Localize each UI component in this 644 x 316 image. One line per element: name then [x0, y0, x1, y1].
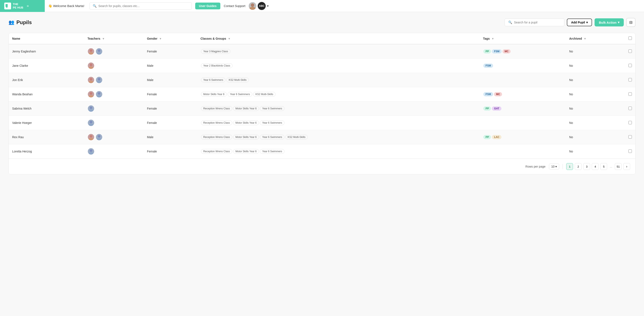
- pupils-search-bar[interactable]: 🔍: [505, 19, 564, 26]
- tags-filter-icon[interactable]: ▼: [492, 37, 494, 40]
- class-chip: KS2 Multi-Skills: [226, 78, 249, 82]
- tag-badge: FSM: [492, 49, 502, 54]
- bulk-action-label: Bulk Action: [599, 21, 616, 24]
- global-search-input[interactable]: [98, 4, 188, 8]
- page-content: 👥 Pupils 🔍 Add Pupil ▾ Bulk Action ▾ ⊟: [0, 12, 644, 180]
- class-chip: Motor Skills Year 6: [233, 135, 259, 139]
- global-search-bar[interactable]: 🔍: [90, 2, 192, 10]
- cell-tags: FSM: [480, 59, 566, 73]
- class-chip: KS2 Multi-Skills: [285, 135, 308, 139]
- filter-columns-button[interactable]: ⊟: [626, 18, 636, 27]
- page-3-button[interactable]: 3: [583, 163, 590, 170]
- cell-archived: No: [566, 87, 625, 102]
- logo-text-line2: PE HUB: [13, 6, 23, 9]
- row-checkbox[interactable]: [628, 149, 632, 153]
- archived-filter-icon[interactable]: ▼: [584, 37, 586, 40]
- pupils-table: Name Teachers ▼ Gender ▼ Classes & Group…: [9, 33, 635, 159]
- user-avatar-area[interactable]: ABC ▾: [249, 2, 269, 10]
- svg-point-15: [89, 95, 93, 98]
- row-checkbox[interactable]: [628, 135, 632, 139]
- cell-checkbox[interactable]: [625, 87, 635, 102]
- cell-tags: [480, 144, 566, 159]
- user-guides-button[interactable]: User Guides: [195, 3, 220, 9]
- cell-name: Jon Erik: [9, 73, 84, 87]
- row-checkbox[interactable]: [628, 121, 632, 124]
- cell-checkbox[interactable]: [625, 130, 635, 144]
- teacher-avatar: [87, 148, 94, 155]
- col-teachers: Teachers ▼: [84, 33, 144, 44]
- cell-name: Wanda Beahan: [9, 87, 84, 102]
- col-select-all[interactable]: [625, 33, 635, 44]
- svg-point-23: [89, 138, 93, 141]
- cell-tags: [480, 116, 566, 130]
- table-row: Loretta HerzogFemaleReception Wrens Clas…: [9, 144, 635, 159]
- row-checkbox[interactable]: [628, 92, 632, 96]
- cell-teachers: [84, 130, 144, 144]
- class-chip: Motor Skills Year 6: [233, 121, 259, 125]
- classes-filter-icon[interactable]: ▼: [228, 37, 230, 40]
- page-next-button[interactable]: ›: [623, 163, 630, 170]
- cell-gender: Female: [144, 44, 197, 59]
- svg-point-13: [97, 81, 102, 83]
- cell-gender: Female: [144, 116, 197, 130]
- cell-tags: PPFSMMC: [480, 44, 566, 59]
- rows-per-page-select[interactable]: 10 ▾: [549, 164, 560, 170]
- row-checkbox[interactable]: [628, 64, 632, 67]
- svg-point-24: [98, 135, 100, 138]
- gender-filter-icon[interactable]: ▼: [159, 37, 162, 40]
- add-pupil-button[interactable]: Add Pupil ▾: [567, 19, 592, 26]
- teacher-avatar: [87, 119, 94, 126]
- col-name: Name: [9, 33, 84, 44]
- cell-checkbox[interactable]: [625, 44, 635, 59]
- page-4-button[interactable]: 4: [592, 163, 598, 170]
- cell-name: Loretta Herzog: [9, 144, 84, 159]
- class-chip: Motor Skills Year 6: [233, 106, 259, 111]
- bulk-action-button[interactable]: Bulk Action ▾: [594, 18, 624, 27]
- pupils-search-input[interactable]: [514, 21, 561, 24]
- cell-checkbox[interactable]: [625, 144, 635, 159]
- cell-classes: Motor Skills Year 6Year 6 SwimmersKS2 Mu…: [197, 87, 480, 102]
- cell-archived: No: [566, 130, 625, 144]
- contact-support-link[interactable]: Contact Support: [224, 4, 245, 8]
- cell-archived: No: [566, 59, 625, 73]
- avatar-chevron-icon: ▾: [267, 4, 269, 8]
- tag-badge: PP: [483, 135, 491, 139]
- page-header: 👥 Pupils 🔍 Add Pupil ▾ Bulk Action ▾ ⊟: [8, 18, 636, 27]
- cell-checkbox[interactable]: [625, 73, 635, 87]
- row-checkbox[interactable]: [628, 50, 632, 53]
- cell-archived: No: [566, 144, 625, 159]
- cell-name: Jane Clarke: [9, 59, 84, 73]
- class-chip: Reception Wrens Class: [201, 135, 232, 139]
- rows-per-page-value: 10: [551, 165, 555, 168]
- svg-point-10: [90, 78, 92, 80]
- page-2-button[interactable]: 2: [575, 163, 582, 170]
- cell-checkbox[interactable]: [625, 102, 635, 116]
- class-chip: Year 6 Swimmers: [260, 106, 284, 111]
- svg-point-22: [90, 135, 92, 138]
- teachers-filter-icon[interactable]: ▼: [102, 37, 105, 40]
- select-all-checkbox[interactable]: [628, 37, 632, 40]
- teacher-avatar: [96, 48, 103, 55]
- cell-teachers: [84, 144, 144, 159]
- table-row: Jenny EagleshamFemaleYear 3 Magpies Clas…: [9, 44, 635, 59]
- cell-tags: PPGAT: [480, 102, 566, 116]
- page-5-button[interactable]: 5: [600, 163, 607, 170]
- cell-gender: Female: [144, 102, 197, 116]
- cell-classes: Year 3 Magpies Class: [197, 44, 480, 59]
- svg-point-6: [98, 49, 100, 52]
- cell-checkbox[interactable]: [625, 59, 635, 73]
- cell-gender: Female: [144, 144, 197, 159]
- page-last-button[interactable]: 51: [615, 163, 622, 170]
- cell-tags: PPLAC: [480, 130, 566, 144]
- teacher-avatar: [87, 48, 94, 55]
- svg-marker-1: [6, 7, 8, 8]
- teacher-avatar: [87, 133, 94, 141]
- page-1-button[interactable]: 1: [566, 163, 573, 170]
- row-checkbox[interactable]: [628, 78, 632, 82]
- cell-name: Jenny Eaglesham: [9, 44, 84, 59]
- cell-checkbox[interactable]: [625, 116, 635, 130]
- svg-point-12: [98, 78, 100, 80]
- row-checkbox[interactable]: [628, 107, 632, 110]
- pupils-table-container: Name Teachers ▼ Gender ▼ Classes & Group…: [8, 33, 636, 174]
- cell-teachers: [84, 116, 144, 130]
